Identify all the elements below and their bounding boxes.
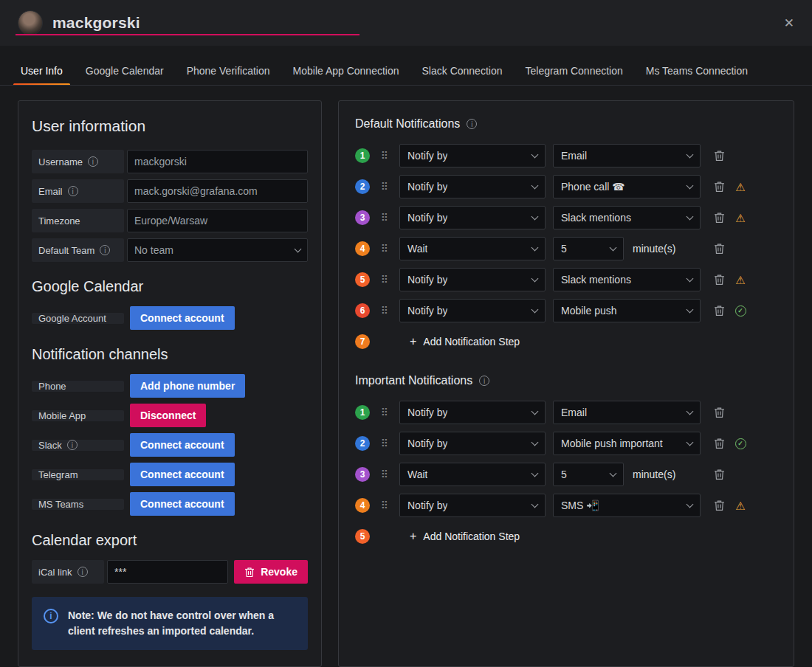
drag-handle-icon[interactable]: ⠿ (380, 500, 389, 511)
trash-icon (714, 305, 725, 317)
chevron-down-icon (687, 438, 694, 446)
chevron-down-icon (687, 151, 694, 158)
drag-handle-icon[interactable]: ⠿ (380, 181, 389, 193)
add-notification-step-button[interactable]: + Add Notification Step (410, 336, 520, 348)
drag-handle-icon[interactable]: ⠿ (380, 274, 389, 286)
step-status: ✓ (734, 305, 746, 317)
chevron-down-icon (531, 500, 539, 508)
drag-handle-icon[interactable]: ⠿ (380, 305, 389, 317)
notify-channel-select[interactable]: Email (553, 144, 701, 167)
minutes-suffix: minute(s) (633, 243, 675, 255)
connect-google-account-button[interactable]: Connect account (130, 306, 235, 330)
step-status: ⚠ (734, 182, 746, 193)
notification-channels-heading: Notification channels (32, 346, 308, 363)
delete-step-button[interactable] (712, 468, 726, 481)
phone-channel-row: Phone Add phone number (32, 374, 308, 398)
drag-handle-icon[interactable]: ⠿ (380, 212, 389, 224)
notify-channel-select[interactable]: Email (553, 401, 701, 424)
step-number-badge: 2 (355, 436, 370, 451)
user-information-panel: User information Username i mackgorski E… (18, 100, 322, 667)
email-value: mack.gorski@grafana.com (134, 185, 258, 197)
wait-duration-select[interactable]: 5 (553, 237, 624, 260)
delete-step-button[interactable] (712, 180, 726, 193)
tab-phone-verification[interactable]: Phone Verification (178, 65, 279, 85)
chevron-down-icon (295, 245, 302, 252)
select-value: Slack mentions (561, 212, 631, 224)
select-value: Notify by (407, 305, 447, 317)
delete-step-button[interactable] (712, 304, 726, 317)
add-phone-number-button[interactable]: Add phone number (130, 374, 245, 398)
drag-handle-icon[interactable]: ⠿ (380, 469, 389, 480)
delete-step-button[interactable] (712, 437, 726, 450)
notify-channel-select[interactable]: Mobile push important (553, 432, 701, 455)
email-field-row: Email i mack.gorski@grafana.com (32, 179, 308, 203)
step-number-badge: 5 (355, 529, 370, 544)
default-team-select[interactable]: No team (127, 238, 308, 262)
drag-handle-icon[interactable]: ⠿ (380, 438, 389, 449)
connect-telegram-button[interactable]: Connect account (130, 463, 235, 486)
notify-channel-select[interactable]: SMS 📲 (553, 494, 701, 517)
tab-google-calendar[interactable]: Google Calendar (77, 65, 173, 85)
delete-step-button[interactable] (712, 242, 726, 255)
username-field-row: Username i mackgorski (32, 150, 308, 173)
select-value: Wait (407, 243, 427, 255)
trash-icon (714, 181, 725, 193)
drag-handle-icon[interactable]: ⠿ (380, 150, 389, 162)
warning-icon: ⚠ (735, 182, 745, 193)
notify-type-select[interactable]: Wait (399, 237, 546, 260)
notification-step-row: 1 ⠿ Notify by Email (355, 144, 777, 167)
notification-step-row: 1 ⠿ Notify by Email (355, 401, 777, 424)
notify-channel-select[interactable]: Slack mentions (553, 206, 701, 229)
success-icon: ✓ (735, 305, 746, 317)
connect-slack-button[interactable]: Connect account (130, 433, 235, 457)
notify-type-select[interactable]: Notify by (399, 144, 546, 167)
notify-channel-select[interactable]: Slack mentions (553, 268, 701, 291)
delete-step-button[interactable] (712, 211, 726, 224)
close-icon[interactable]: ✕ (784, 15, 794, 31)
chevron-down-icon (687, 305, 694, 313)
tab-ms-teams-connection[interactable]: Ms Teams Connection (637, 65, 757, 85)
wait-duration-group: 5 minute(s) (553, 463, 701, 486)
add-notification-step-button[interactable]: + Add Notification Step (410, 531, 520, 542)
notification-step-row: 2 ⠿ Notify by Phone call ☎ ⚠ (355, 175, 777, 198)
chevron-down-icon (531, 438, 539, 446)
notify-channel-select[interactable]: Mobile push (553, 299, 701, 322)
wait-duration-select[interactable]: 5 (553, 463, 624, 486)
chevron-down-icon (531, 151, 539, 158)
notify-channel-select[interactable]: Phone call ☎ (553, 175, 701, 198)
drag-handle-icon[interactable]: ⠿ (380, 243, 389, 255)
delete-step-button[interactable] (712, 149, 726, 162)
notify-type-select[interactable]: Notify by (399, 494, 546, 517)
email-field[interactable]: mack.gorski@grafana.com (127, 179, 308, 203)
wait-step-row: 3 ⠿ Wait 5 minute(s) (355, 463, 777, 486)
drag-handle-icon[interactable]: ⠿ (380, 407, 389, 418)
chevron-down-icon (531, 182, 539, 189)
notify-type-select[interactable]: Notify by (399, 299, 546, 322)
mobile-app-label: Mobile App (32, 410, 124, 421)
delete-step-button[interactable] (712, 499, 726, 512)
username-input[interactable]: mackgorski (127, 150, 308, 173)
connect-ms-teams-button[interactable]: Connect account (130, 492, 235, 516)
notify-type-select[interactable]: Wait (399, 463, 546, 486)
chevron-down-icon (687, 212, 694, 220)
delete-step-button[interactable] (712, 406, 726, 419)
step-number-badge: 7 (355, 334, 370, 349)
notify-type-select[interactable]: Notify by (399, 401, 546, 424)
notify-type-select[interactable]: Notify by (399, 268, 546, 291)
notify-type-select[interactable]: Notify by (399, 206, 546, 229)
step-number-badge: 6 (355, 303, 370, 318)
ms-teams-channel-row: MS Teams Connect account (32, 492, 308, 516)
disconnect-mobile-app-button[interactable]: Disconnect (130, 404, 206, 427)
calendar-export-heading: Calendar export (32, 532, 308, 549)
tab-telegram-connection[interactable]: Telegram Connection (516, 65, 631, 85)
tab-mobile-app-connection[interactable]: Mobile App Connection (284, 65, 408, 85)
notify-type-select[interactable]: Notify by (399, 175, 546, 198)
timezone-input[interactable]: Europe/Warsaw (127, 209, 308, 232)
notify-type-select[interactable]: Notify by (399, 432, 546, 455)
tab-slack-connection[interactable]: Slack Connection (413, 65, 512, 85)
ical-link-input[interactable]: *** (107, 560, 228, 584)
revoke-ical-button[interactable]: Revoke (234, 560, 308, 584)
tab-user-info[interactable]: User Info (12, 65, 72, 85)
delete-step-button[interactable] (712, 273, 726, 286)
chevron-down-icon (687, 182, 694, 189)
